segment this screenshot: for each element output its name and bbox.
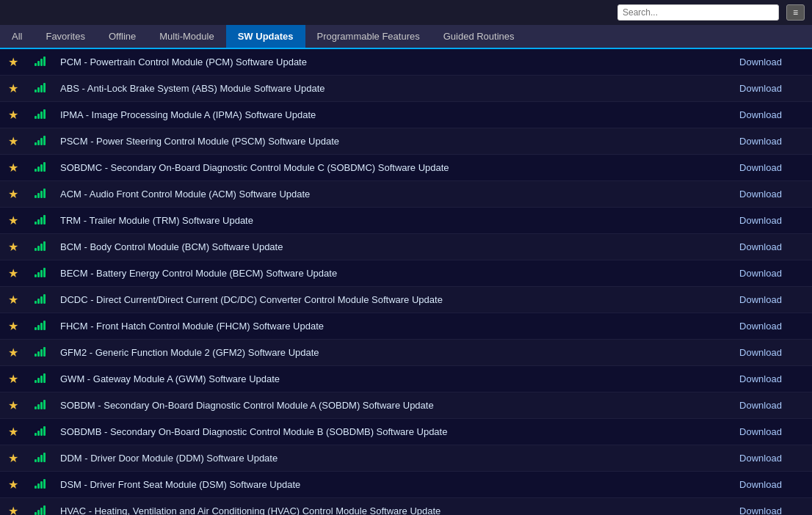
module-name: SOBDM - Secondary On-Board Diagnostic Co… [53, 392, 709, 419]
tab-offline[interactable]: Offline [97, 25, 148, 48]
favorite-star-icon[interactable]: ★ [8, 135, 18, 147]
favorite-star-icon[interactable]: ★ [8, 505, 18, 515]
tab-bar: AllFavoritesOfflineMulti-ModuleSW Update… [0, 25, 812, 49]
table-row: ★ DDM - Driver Door Module (DDM) Softwar… [0, 445, 812, 472]
signal-strength-icon [35, 56, 46, 66]
favorite-star-icon[interactable]: ★ [8, 82, 18, 95]
favorite-star-icon[interactable]: ★ [8, 452, 18, 464]
download-button[interactable]: Download [715, 54, 806, 70]
module-name: GFM2 - Generic Function Module 2 (GFM2) … [53, 340, 709, 366]
tab-favorites[interactable]: Favorites [34, 25, 96, 48]
favorite-star-icon[interactable]: ★ [8, 399, 18, 412]
module-name: HVAC - Heating, Ventilation and Air Cond… [53, 498, 709, 516]
download-button[interactable]: Download [715, 450, 806, 467]
download-button[interactable]: Download [715, 212, 806, 229]
module-name: SOBDMC - Secondary On-Board Diagnostic C… [53, 155, 709, 181]
module-name: TRM - Trailer Module (TRM) Software Upda… [53, 208, 709, 234]
menu-icon-button[interactable]: ≡ [786, 4, 805, 21]
favorite-star-icon[interactable]: ★ [8, 161, 18, 174]
table-row: ★ BECM - Battery Energy Control Module (… [0, 260, 812, 287]
signal-strength-icon [35, 373, 46, 383]
favorite-star-icon[interactable]: ★ [8, 188, 18, 200]
module-name: DDM - Driver Door Module (DDM) Software … [53, 445, 709, 472]
module-name: BCM - Body Control Module (BCM) Software… [53, 234, 709, 260]
table-row: ★ SOBDMB - Secondary On-Board Diagnostic… [0, 419, 812, 445]
favorite-star-icon[interactable]: ★ [8, 267, 18, 280]
download-button[interactable]: Download [715, 503, 806, 515]
download-button[interactable]: Download [715, 106, 806, 123]
signal-strength-icon [35, 293, 46, 304]
table-row: ★ BCM - Body Control Module (BCM) Softwa… [0, 234, 812, 260]
signal-strength-icon [35, 478, 46, 489]
download-button[interactable]: Download [715, 238, 806, 255]
download-button[interactable]: Download [715, 80, 806, 97]
download-button[interactable]: Download [715, 318, 806, 335]
signal-strength-icon [35, 82, 46, 92]
signal-strength-icon [35, 267, 46, 277]
favorite-star-icon[interactable]: ★ [8, 320, 18, 332]
module-name: FHCM - Front Hatch Control Module (FHCM)… [53, 313, 709, 340]
signal-strength-icon [35, 399, 46, 409]
tab-multi-module[interactable]: Multi-Module [148, 25, 225, 48]
table-row: ★ ABS - Anti-Lock Brake System (ABS) Mod… [0, 76, 812, 102]
module-name: ABS - Anti-Lock Brake System (ABS) Modul… [53, 76, 709, 102]
favorite-star-icon[interactable]: ★ [8, 346, 18, 359]
table-row: ★ FHCM - Front Hatch Control Module (FHC… [0, 313, 812, 340]
table-row: ★ PSCM - Power Steering Control Module (… [0, 128, 812, 155]
tab-sw-updates[interactable]: SW Updates [226, 25, 305, 48]
download-button[interactable]: Download [715, 370, 806, 387]
module-name: DSM - Driver Front Seat Module (DSM) Sof… [53, 472, 709, 498]
module-name: DCDC - Direct Current/Direct Current (DC… [53, 287, 709, 313]
favorite-star-icon[interactable]: ★ [8, 478, 18, 491]
download-button[interactable]: Download [715, 186, 806, 202]
module-name: IPMA - Image Processing Module A (IPMA) … [53, 102, 709, 128]
signal-strength-icon [35, 241, 46, 251]
signal-strength-icon [35, 188, 46, 198]
module-name: ACM - Audio Front Control Module (ACM) S… [53, 181, 709, 208]
table-row: ★ PCM - Powertrain Control Module (PCM) … [0, 49, 812, 76]
top-bar: ≡ [0, 0, 812, 25]
download-button[interactable]: Download [715, 291, 806, 308]
module-name: PSCM - Power Steering Control Module (PS… [53, 128, 709, 155]
module-name: BECM - Battery Energy Control Module (BE… [53, 260, 709, 287]
favorite-star-icon[interactable]: ★ [8, 425, 18, 438]
table-container: ★ PCM - Powertrain Control Module (PCM) … [0, 49, 812, 515]
module-name: GWM - Gateway Module A (GWM) Software Up… [53, 366, 709, 392]
download-button[interactable]: Download [715, 423, 806, 440]
download-button[interactable]: Download [715, 159, 806, 176]
module-name: SOBDMB - Secondary On-Board Diagnostic C… [53, 419, 709, 445]
tab-guided-routines[interactable]: Guided Routines [432, 25, 526, 48]
signal-strength-icon [35, 346, 46, 357]
table-row: ★ SOBDM - Secondary On-Board Diagnostic … [0, 392, 812, 419]
table-row: ★ DSM - Driver Front Seat Module (DSM) S… [0, 472, 812, 498]
signal-strength-icon [35, 505, 46, 515]
download-button[interactable]: Download [715, 476, 806, 493]
signal-strength-icon [35, 135, 46, 145]
signal-strength-icon [35, 214, 46, 224]
favorite-star-icon[interactable]: ★ [8, 56, 18, 68]
table-row: ★ DCDC - Direct Current/Direct Current (… [0, 287, 812, 313]
tab-all[interactable]: All [0, 25, 34, 48]
signal-strength-icon [35, 320, 46, 330]
favorite-star-icon[interactable]: ★ [8, 214, 18, 227]
signal-strength-icon [35, 161, 46, 172]
favorite-star-icon[interactable]: ★ [8, 241, 18, 253]
table-row: ★ GWM - Gateway Module A (GWM) Software … [0, 366, 812, 392]
download-button[interactable]: Download [715, 265, 806, 282]
favorite-star-icon[interactable]: ★ [8, 373, 18, 385]
download-button[interactable]: Download [715, 397, 806, 414]
favorite-star-icon[interactable]: ★ [8, 109, 18, 121]
favorite-star-icon[interactable]: ★ [8, 293, 18, 306]
download-button[interactable]: Download [715, 344, 806, 361]
table-row: ★ GFM2 - Generic Function Module 2 (GFM2… [0, 340, 812, 366]
download-button[interactable]: Download [715, 133, 806, 150]
signal-strength-icon [35, 452, 46, 462]
module-name: PCM - Powertrain Control Module (PCM) So… [53, 49, 709, 76]
signal-strength-icon [35, 425, 46, 436]
table-row: ★ ACM - Audio Front Control Module (ACM)… [0, 181, 812, 208]
table-row: ★ IPMA - Image Processing Module A (IPMA… [0, 102, 812, 128]
sw-updates-table: ★ PCM - Powertrain Control Module (PCM) … [0, 49, 812, 515]
tab-programmable-features[interactable]: Programmable Features [305, 25, 432, 48]
table-row: ★ SOBDMC - Secondary On-Board Diagnostic… [0, 155, 812, 181]
search-input[interactable] [617, 4, 779, 21]
